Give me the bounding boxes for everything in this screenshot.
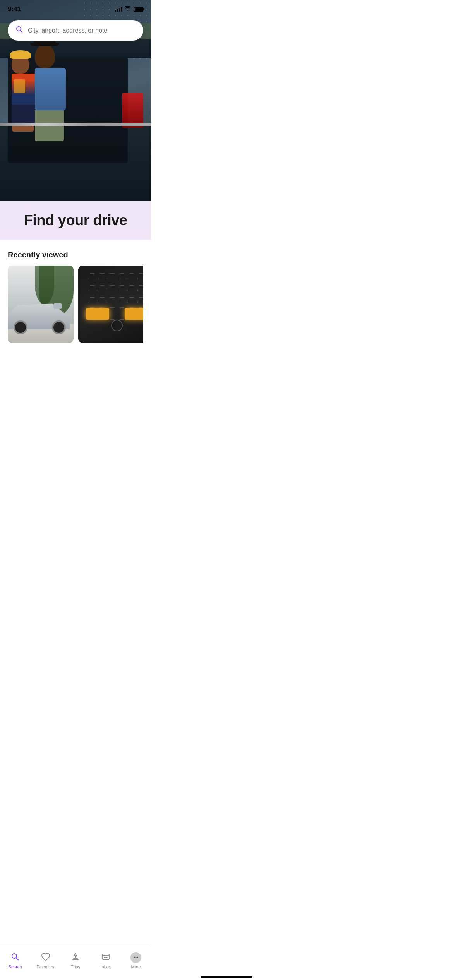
man-body bbox=[35, 68, 66, 110]
status-bar: 9:41 bbox=[0, 0, 151, 16]
car2-front bbox=[78, 266, 143, 343]
car2-headlight-right bbox=[125, 308, 143, 320]
recently-viewed-title: Recently viewed bbox=[8, 250, 143, 259]
car1-tree-left bbox=[35, 266, 54, 304]
recently-viewed-section: Recently viewed bbox=[0, 240, 151, 354]
find-drive-title: Find your drive bbox=[8, 212, 143, 229]
search-bar-container: City, airport, address, or hotel bbox=[8, 20, 143, 41]
car-card-2[interactable] bbox=[78, 266, 143, 343]
status-time: 9:41 bbox=[8, 5, 21, 13]
car1-wheel-right bbox=[52, 320, 66, 334]
man-head bbox=[35, 45, 55, 68]
man-legs bbox=[35, 110, 64, 141]
car1-wheel-left bbox=[14, 320, 27, 334]
status-icons bbox=[115, 6, 143, 12]
car-trunk-area bbox=[0, 15, 151, 201]
search-placeholder-text: City, airport, address, or hotel bbox=[28, 27, 109, 34]
wifi-icon bbox=[124, 6, 131, 12]
car1-mirror bbox=[53, 303, 62, 309]
woman-figure bbox=[12, 54, 37, 132]
car-card-1[interactable] bbox=[8, 266, 74, 343]
woman-head bbox=[12, 54, 29, 74]
woman-headscarf bbox=[10, 50, 31, 59]
search-icon bbox=[15, 26, 23, 35]
cap-brim bbox=[30, 43, 59, 46]
chrome-trim bbox=[0, 123, 151, 126]
car2-headlight-left bbox=[86, 308, 109, 320]
battery-icon bbox=[134, 7, 143, 12]
search-bar[interactable]: City, airport, address, or hotel bbox=[8, 20, 143, 41]
find-drive-banner: Find your drive bbox=[0, 201, 151, 240]
hero-section: City, airport, address, or hotel bbox=[0, 0, 151, 201]
man-figure bbox=[35, 38, 66, 141]
signal-icon bbox=[115, 7, 122, 12]
cars-grid bbox=[8, 266, 143, 346]
woman-body bbox=[12, 74, 37, 105]
woman-legs bbox=[12, 105, 35, 124]
car2-logo bbox=[111, 320, 123, 331]
colorful-pattern bbox=[14, 79, 25, 93]
